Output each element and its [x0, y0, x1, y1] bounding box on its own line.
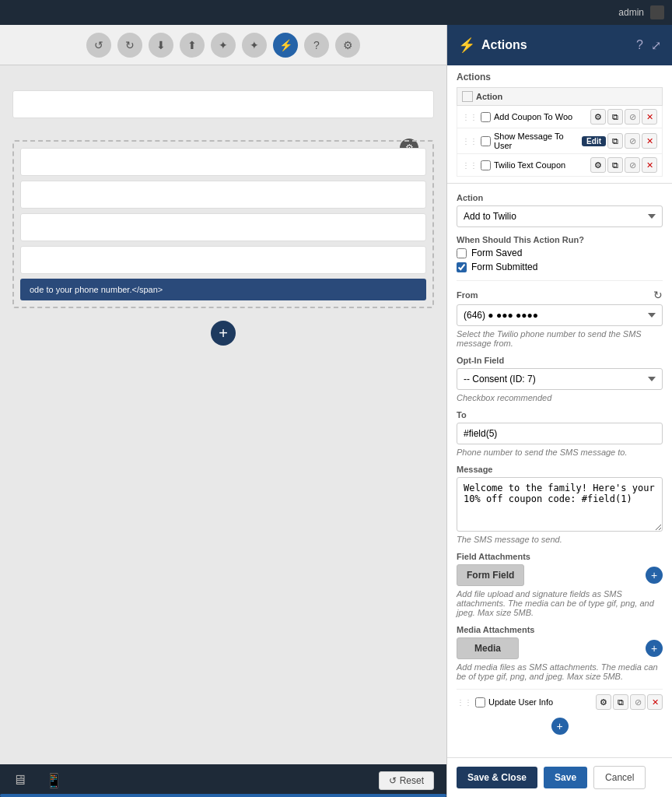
save-button[interactable]: Save [544, 767, 587, 788]
update-settings-btn[interactable]: ⚙ [596, 694, 611, 710]
header-checkbox[interactable] [462, 91, 473, 102]
action-select[interactable]: Add to Twilio [457, 205, 663, 227]
dotted-input-2 [20, 181, 426, 209]
panel-header: ⚡ Actions ? ⤢ [447, 25, 672, 65]
disable-btn-3[interactable]: ⊘ [625, 157, 640, 173]
optin-select[interactable]: -- Consent (ID: 7) [457, 368, 663, 390]
bottom-bar: 🖥 📱 ↺ Reset [0, 764, 446, 797]
desktop-icon[interactable]: 🖥 [12, 772, 26, 789]
media-attachments-group: Media Attachments Media + Add media file… [457, 625, 663, 681]
action-checkbox-3[interactable] [481, 160, 491, 170]
form-submitted-checkbox-label[interactable]: Form Submitted [457, 262, 663, 272]
action-row-1: ⋮⋮ Add Coupon To Woo ⚙ ⧉ ⊘ ✕ [457, 106, 663, 128]
media-attachments-label: Media Attachments [457, 625, 663, 634]
panel-body: Action Add to Twilio When Should This Ac… [447, 184, 672, 757]
field-attachments-row: Form Field + [457, 564, 663, 586]
to-input[interactable] [457, 423, 663, 444]
actions-section-label: Actions [457, 72, 663, 83]
lightning-button[interactable]: ⚡ [273, 33, 298, 58]
panel-expand-icon[interactable]: ⤢ [651, 38, 661, 53]
form-saved-checkbox[interactable] [457, 248, 467, 258]
star-button[interactable]: ✦ [242, 33, 267, 58]
update-copy-btn[interactable]: ⧉ [613, 694, 628, 710]
from-select[interactable]: (646) ● ●●● ●●●● [457, 304, 663, 326]
add-action-button[interactable]: + [551, 718, 569, 735]
refresh-icon[interactable]: ↻ [653, 289, 663, 301]
delete-btn-1[interactable]: ✕ [642, 109, 657, 125]
dotted-input-4 [20, 246, 426, 274]
action-field-label: Action [457, 193, 663, 202]
drag-handle-update[interactable]: ⋮⋮ [457, 698, 472, 707]
redo-button[interactable]: ↻ [117, 33, 142, 58]
optin-label: Opt-In Field [457, 356, 663, 365]
admin-icon [650, 5, 664, 19]
blue-text-box: ode to your phone number.</span> [20, 279, 426, 300]
to-label: To [457, 410, 663, 420]
admin-label: admin [618, 7, 644, 18]
media-button[interactable]: Media [457, 637, 519, 659]
delete-btn-2[interactable]: ✕ [642, 133, 657, 149]
from-desc: Select the Twilio phone number to send t… [457, 329, 663, 348]
form-field-button[interactable]: Form Field [457, 564, 524, 586]
form-saved-checkbox-label[interactable]: Form Saved [457, 248, 663, 258]
upload-button[interactable]: ⬆ [180, 33, 205, 58]
panel-help-icon[interactable]: ? [636, 38, 643, 53]
to-desc: Phone number to send the SMS message to. [457, 448, 663, 457]
from-label-row: From ↻ [457, 289, 663, 301]
when-checkboxes: Form Saved Form Submitted [457, 248, 663, 272]
undo-button[interactable]: ↺ [86, 33, 111, 58]
disable-btn-2[interactable]: ⊘ [625, 133, 640, 149]
help-button[interactable]: ? [304, 33, 329, 58]
action-checkbox-2[interactable] [481, 136, 491, 146]
media-attachments-desc: Add media files as SMS attachments. The … [457, 662, 663, 681]
copy-btn-2[interactable]: ⧉ [607, 133, 623, 149]
optin-desc: Checkbox recommended [457, 393, 663, 402]
action-controls-3: ⚙ ⧉ ⊘ ✕ [590, 157, 657, 173]
dotted-input-1 [20, 148, 426, 176]
field-attachments-label: Field Attachments [457, 552, 663, 561]
copy-btn-3[interactable]: ⧉ [607, 157, 623, 173]
drag-handle-2[interactable]: ⋮⋮ [462, 137, 478, 146]
disable-btn-1[interactable]: ⊘ [625, 109, 640, 125]
update-user-row: ⋮⋮ Update User Info ⚙ ⧉ ⊘ ✕ [457, 689, 663, 710]
toolbar: ↺ ↻ ⬇ ⬆ ✦ ✦ ⚡ ? ⚙ [0, 25, 446, 65]
settings-btn-3[interactable]: ⚙ [590, 157, 606, 173]
drag-handle-3[interactable]: ⋮⋮ [462, 161, 478, 170]
reset-button[interactable]: ↺ Reset [379, 771, 434, 790]
add-field-attachment-button[interactable]: + [646, 567, 663, 584]
action-controls-2: Edit ⧉ ⊘ ✕ [582, 133, 657, 149]
action-row-2: ⋮⋮ Show Message To User Edit ⧉ ⊘ ✕ [457, 128, 663, 154]
settings-btn-1[interactable]: ⚙ [590, 109, 606, 125]
message-label: Message [457, 465, 663, 474]
action-row-3: ⋮⋮ Twilio Text Coupon ⚙ ⧉ ⊘ ✕ [457, 154, 663, 177]
update-user-checkbox[interactable] [475, 697, 485, 707]
settings-button[interactable]: ⚙ [335, 33, 360, 58]
add-media-attachment-button[interactable]: + [646, 640, 663, 657]
panel-header-actions: ? ⤢ [636, 38, 661, 53]
dotted-input-3 [20, 213, 426, 241]
copy-btn-1[interactable]: ⧉ [607, 109, 623, 125]
bottom-icons: 🖥 📱 [12, 772, 62, 789]
delete-btn-3[interactable]: ✕ [642, 157, 657, 173]
field-attachments-group: Field Attachments Form Field + Add file … [457, 552, 663, 617]
action-col-header: Action [476, 92, 607, 101]
form-submitted-checkbox[interactable] [457, 262, 467, 272]
form-input-1 [12, 90, 434, 118]
action-name-1: Add Coupon To Woo [494, 112, 587, 121]
download-button[interactable]: ⬇ [149, 33, 173, 58]
update-disable-btn[interactable]: ⊘ [630, 694, 646, 710]
save-close-button[interactable]: Save & Close [457, 767, 537, 788]
when-field-group: When Should This Action Run? Form Saved … [457, 235, 663, 272]
tools-button[interactable]: ✦ [211, 33, 236, 58]
action-checkbox-1[interactable] [481, 112, 491, 122]
tablet-icon[interactable]: 📱 [45, 772, 62, 789]
drag-handle-1[interactable]: ⋮⋮ [462, 113, 478, 121]
cancel-button[interactable]: Cancel [593, 766, 646, 789]
from-label: From [457, 290, 478, 300]
action-name-3: Twilio Text Coupon [494, 160, 587, 170]
message-textarea[interactable]: Welcome to the family! Here's your 10% o… [457, 477, 663, 532]
add-section-button[interactable]: + [211, 321, 236, 346]
edit-btn-2[interactable]: Edit [582, 136, 606, 146]
update-delete-btn[interactable]: ✕ [647, 694, 663, 710]
from-field-group: From ↻ (646) ● ●●● ●●●● Select the Twili… [457, 289, 663, 348]
